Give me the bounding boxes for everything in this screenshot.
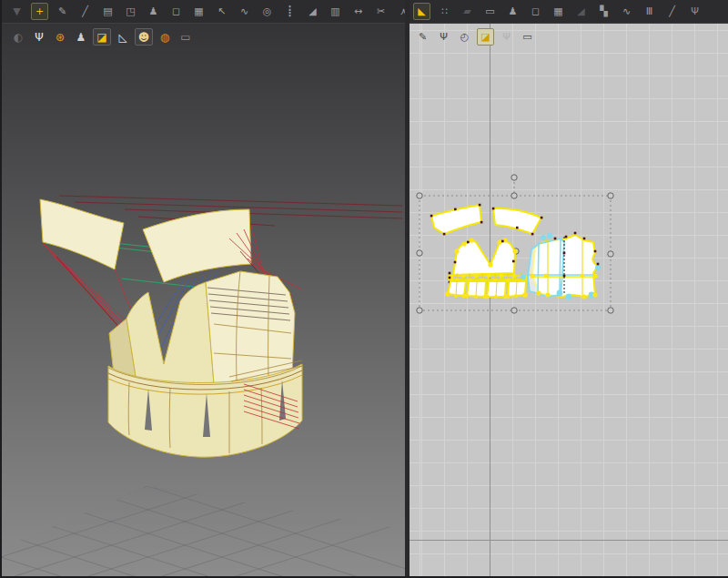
tool-cut-sew-icon: ✂ — [377, 6, 385, 16]
tool-transform-pattern-2d-button[interactable]: ◣ — [413, 3, 430, 20]
tool-circle-select-icon: ◎ — [263, 6, 272, 16]
tool-avatar-button[interactable]: ♟ — [145, 3, 162, 20]
view-show-avatar-button[interactable]: ♟ — [72, 28, 90, 46]
tool-grid-pattern-icon: ▦ — [194, 6, 203, 16]
view-tape-measure-icon: ▭ — [180, 32, 190, 43]
tool-add-rectangle-icon: ▭ — [485, 6, 494, 16]
tool-pin-icon: ↖ — [217, 6, 226, 16]
tool-edit-line-button[interactable]: ╱ — [76, 3, 94, 20]
view2d-brush-icon: ✎ — [419, 32, 427, 42]
tool-grid-2d-icon: ▦ — [553, 6, 562, 16]
tool-transform-box-button[interactable]: ◻ — [527, 3, 544, 20]
tool-sewing-2d-button[interactable]: ∿ — [618, 3, 635, 20]
tool-walk-pose-button[interactable]: ⋏ — [395, 3, 412, 20]
view-show-cloth-button[interactable]: ◺ — [114, 28, 132, 46]
yoke-panel-right[interactable] — [143, 209, 251, 282]
tool-pleats-button[interactable]: Ⅲ — [641, 3, 658, 20]
tool-pin-button[interactable]: ↖ — [213, 3, 230, 20]
view-show-garment-icon: Ψ — [35, 32, 43, 43]
tool-shirt-button[interactable]: Ψ — [686, 3, 703, 20]
tool-grid-2d-button[interactable]: ▦ — [550, 3, 567, 20]
tool-shirt-select-button[interactable]: ▚ — [595, 3, 612, 20]
bodice-side-right[interactable] — [206, 271, 295, 384]
tool-line-2d-button[interactable]: ╱ — [663, 3, 681, 20]
tool-flatten-button[interactable]: ◢ — [304, 3, 321, 20]
view-show-head-button[interactable]: ☻ — [135, 28, 153, 46]
tool-avatar-icon: ♟ — [149, 6, 158, 16]
tool-export-box-icon: ◳ — [126, 6, 135, 16]
tool-avatar-pin-button[interactable]: ♟ — [504, 3, 521, 20]
tool-shirt-select-icon: ▚ — [600, 6, 607, 16]
tool-add-rectangle-button[interactable]: ▭ — [481, 3, 499, 20]
tool-select-move-button[interactable]: + — [31, 3, 48, 20]
tool-shirt-icon: Ψ — [691, 6, 699, 16]
view-show-garment-button[interactable]: Ψ — [30, 28, 48, 46]
view-show-avatar-icon: ♟ — [76, 32, 86, 43]
toolbar-3d-view: ◐Ψ⊛♟◪◺☻◍▭ — [9, 28, 195, 46]
tool-arrange-panels-button[interactable]: ▥ — [327, 3, 344, 20]
tool-transform-box-icon: ◻ — [531, 6, 540, 16]
view2d-shirt-disabled-button[interactable]: Ψ — [498, 28, 515, 46]
view-show-seams-icon: ⊛ — [56, 32, 65, 43]
tool-avatar-pin-icon: ♟ — [509, 6, 518, 16]
view2d-show-fabric-button[interactable]: ◪ — [477, 28, 494, 46]
application-window: ▼+✎╱▤◳♟◻▦↖∿◎┋◢▥↔✂⋏ ◣∷▰▭♟◻▦◢▚∿Ⅲ╱Ψ — [0, 0, 728, 578]
view2d-edit-texture-button[interactable]: Ψ — [435, 28, 452, 46]
tool-sewing-2d-icon: ∿ — [622, 6, 631, 16]
tool-circle-select-button[interactable]: ◎ — [258, 3, 276, 20]
tool-add-polygon-button[interactable]: ▰ — [459, 3, 476, 20]
tool-line-2d-icon: ╱ — [669, 6, 675, 16]
tool-clothes-icon: ▤ — [103, 6, 112, 16]
pattern-back-bodice-linked[interactable] — [528, 238, 564, 297]
tool-arrange-panels-icon: ▥ — [330, 6, 339, 16]
pattern-peplum-panels[interactable] — [445, 281, 528, 299]
tool-flatten-icon: ◢ — [308, 6, 316, 16]
rotate-handle — [511, 175, 517, 180]
tool-zipper-button[interactable]: ┋ — [281, 3, 298, 20]
view2d-show-fabric-icon: ◪ — [480, 32, 490, 42]
view-show-fabric-button[interactable]: ◪ — [93, 28, 111, 46]
tool-iron-icon: ◢ — [577, 6, 584, 16]
view-render-style-button[interactable]: ◐ — [9, 28, 27, 46]
tool-add-polygon-icon: ▰ — [463, 6, 470, 16]
tool-edit-points-icon: ∷ — [441, 6, 448, 16]
tool-clothes-button[interactable]: ▤ — [99, 3, 116, 20]
tool-grid-pattern-button[interactable]: ▦ — [190, 3, 207, 20]
tool-transform-pattern-button[interactable]: ◻ — [167, 3, 185, 20]
view2d-gauge-button[interactable]: ◴ — [456, 28, 473, 46]
tool-zipper-icon: ┋ — [287, 6, 293, 16]
view-show-seams-button[interactable]: ⊛ — [51, 28, 69, 46]
yoke-panel-left[interactable] — [40, 199, 124, 269]
tool-iron-button[interactable]: ◢ — [572, 3, 590, 20]
tool-transform-pattern-icon: ◻ — [172, 6, 180, 16]
tool-edit-points-button[interactable]: ∷ — [436, 3, 453, 20]
3d-viewport[interactable]: ◐Ψ⊛♟◪◺☻◍▭ — [2, 24, 405, 578]
tool-sewing-icon: ∿ — [240, 6, 248, 16]
3d-scene — [2, 24, 405, 578]
view-render-style-icon: ◐ — [14, 32, 23, 43]
tool-move-axis-icon: ↔ — [354, 6, 362, 16]
tool-simulate-button[interactable]: ▼ — [8, 3, 25, 20]
view2d-tape-measure-icon: ▭ — [522, 32, 531, 42]
tool-sewing-button[interactable]: ∿ — [236, 3, 253, 20]
tool-pleats-icon: Ⅲ — [646, 6, 653, 16]
tool-simulate-icon: ▼ — [13, 6, 20, 16]
bodice-front[interactable] — [126, 282, 214, 393]
tool-select-pen-button[interactable]: ✎ — [54, 3, 71, 20]
view2d-edit-texture-icon: Ψ — [440, 32, 448, 42]
view2d-tape-measure-button[interactable]: ▭ — [519, 28, 536, 46]
tool-move-axis-button[interactable]: ↔ — [349, 3, 367, 20]
tool-export-box-button[interactable]: ◳ — [122, 3, 139, 20]
view-tape-measure-button[interactable]: ▭ — [177, 28, 195, 46]
tool-cut-sew-button[interactable]: ✂ — [372, 3, 389, 20]
tool-edit-line-icon: ╱ — [82, 6, 88, 16]
tool-transform-pattern-2d-icon: ◣ — [418, 6, 425, 16]
toolbar-2d-main: ◣∷▰▭♟◻▦◢▚∿Ⅲ╱Ψ — [413, 3, 703, 20]
view-show-fabric-icon: ◪ — [96, 32, 106, 43]
view-show-sphere-button[interactable]: ◍ — [156, 28, 174, 46]
2d-scene — [410, 24, 728, 578]
view2d-shirt-disabled-icon: Ψ — [502, 32, 511, 42]
pattern-yoke-strip-right[interactable] — [493, 208, 541, 234]
view2d-brush-button[interactable]: ✎ — [414, 28, 431, 46]
2d-viewport[interactable]: ✎Ψ◴◪Ψ▭ — [410, 24, 728, 578]
